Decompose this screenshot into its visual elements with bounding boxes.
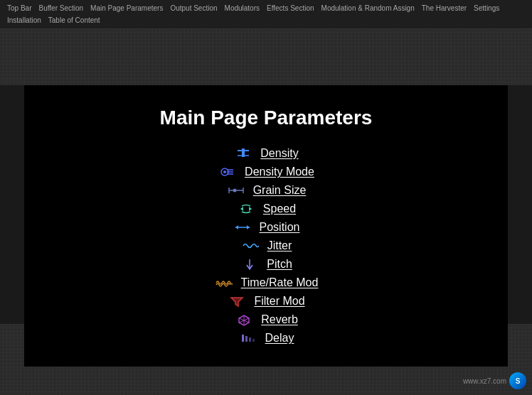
reverb-label[interactable]: Reverb	[261, 313, 298, 326]
svg-point-3	[223, 171, 226, 173]
menu-item-reverb[interactable]: Reverb	[234, 313, 298, 327]
menu-item-position[interactable]: Position	[233, 220, 300, 234]
position-icon	[233, 220, 252, 234]
reverb-icon	[234, 313, 254, 327]
top-navigation: Top BarBuffer SectionMain Page Parameter…	[0, 0, 532, 29]
watermark: www.xz7.com S	[463, 372, 526, 389]
watermark-logo: S	[509, 372, 526, 389]
svg-rect-16	[249, 337, 251, 342]
pitch-icon	[240, 257, 260, 271]
nav-item-installation[interactable]: Installation	[4, 15, 44, 26]
density-mode-label[interactable]: Density Mode	[245, 166, 314, 178]
filter-mod-label[interactable]: Filter Mod	[254, 295, 304, 308]
svg-rect-17	[252, 339, 255, 342]
nav-item-settings[interactable]: Settings	[471, 3, 502, 13]
jitter-icon	[240, 239, 260, 253]
menu-item-filter-mod[interactable]: Filter Mod	[227, 294, 304, 308]
delay-label[interactable]: Delay	[265, 332, 294, 345]
menu-item-grain-size[interactable]: Grain Size	[226, 183, 307, 198]
svg-point-7	[233, 189, 236, 193]
time-rate-icon	[214, 276, 234, 290]
nav-item-table-of-content[interactable]: Table of Content	[46, 15, 103, 26]
watermark-text: www.xz7.com	[463, 377, 506, 385]
svg-rect-15	[245, 336, 248, 342]
nav-item-top-bar[interactable]: Top Bar	[4, 3, 34, 13]
speed-icon	[236, 202, 256, 216]
nav-item-effects-section[interactable]: Effects Section	[264, 3, 317, 13]
svg-rect-14	[242, 335, 244, 342]
menu-item-speed[interactable]: Speed	[236, 202, 296, 216]
menu-item-jitter[interactable]: Jitter	[240, 239, 292, 253]
nav-item-output-section[interactable]: Output Section	[167, 3, 220, 13]
density-mode-icon	[218, 165, 238, 179]
page-title: Main Page Parameters	[53, 107, 479, 129]
nav-item-modulators[interactable]: Modulators	[222, 3, 262, 13]
menu-item-time-rate[interactable]: Time/Rate Mod	[214, 276, 319, 290]
nav-item-the-harvester[interactable]: The Harvester	[419, 3, 469, 13]
menu-item-pitch[interactable]: Pitch	[240, 257, 292, 271]
position-label[interactable]: Position	[260, 221, 300, 234]
delay-icon	[238, 331, 258, 345]
nav-item-buffer-section[interactable]: Buffer Section	[36, 3, 86, 13]
grain-size-icon	[226, 183, 246, 198]
menu-list: Density Density Mode Grain Size Speed Po…	[53, 146, 479, 345]
grain-size-label[interactable]: Grain Size	[253, 184, 307, 197]
jitter-label[interactable]: Jitter	[267, 239, 292, 252]
nav-item-main-page-parameters[interactable]: Main Page Parameters	[87, 3, 166, 13]
density-icon	[233, 146, 253, 161]
menu-item-density[interactable]: Density	[233, 146, 298, 161]
nav-item-modulation-&-random-assign[interactable]: Modulation & Random Assign	[319, 3, 417, 13]
menu-item-delay[interactable]: Delay	[238, 331, 294, 345]
speed-label[interactable]: Speed	[263, 202, 296, 215]
menu-item-density-mode[interactable]: Density Mode	[218, 165, 314, 179]
density-label[interactable]: Density	[260, 147, 298, 160]
time-rate-label[interactable]: Time/Rate Mod	[241, 276, 319, 289]
filter-mod-icon	[227, 294, 247, 308]
pitch-label[interactable]: Pitch	[267, 258, 292, 271]
main-content: Main Page Parameters Density Density Mod…	[24, 85, 508, 367]
svg-rect-0	[242, 153, 245, 157]
